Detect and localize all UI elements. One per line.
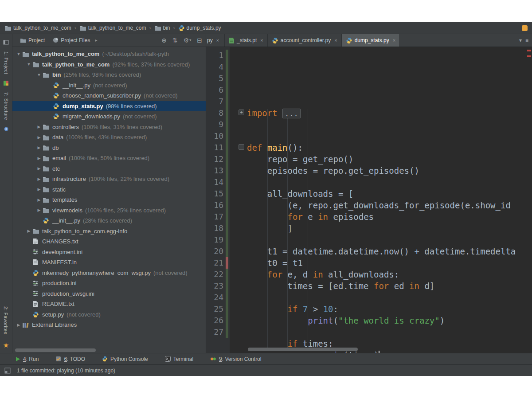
code-line-13[interactable]: ]: [247, 223, 532, 234]
line-number[interactable]: 7: [206, 96, 226, 107]
fold-expand-icon[interactable]: +: [239, 110, 244, 115]
tree-item-migrate-downloads-py[interactable]: migrate_downloads.py(not covered): [12, 111, 206, 122]
toolwindow-button-2-favorites[interactable]: 2: Favorites: [3, 306, 8, 334]
error-stripe-mark[interactable]: [527, 55, 531, 57]
event-log-indicator-icon[interactable]: [522, 25, 528, 31]
tree-item-init-py[interactable]: __init__.py(28% files covered): [12, 215, 206, 226]
chevron-right-icon[interactable]: ▶: [35, 177, 43, 181]
fold-collapse-icon[interactable]: −: [239, 144, 244, 150]
toolwindow-button-4-run[interactable]: 4: Run: [15, 356, 39, 362]
line-number[interactable]: 17: [206, 211, 226, 223]
toolwindow-button-python-console[interactable]: Python Console: [102, 356, 148, 362]
toolwindow-button-6-todo[interactable]: 6: TODO: [55, 356, 85, 362]
code-line-11[interactable]: (e, repo.get_downloads_for_episode(e.sho…: [247, 200, 532, 211]
line-number[interactable]: 16: [206, 200, 226, 211]
collapse-all-icon[interactable]: ⇅: [172, 37, 178, 44]
code-line-20[interactable]: if 7 > 10:: [247, 303, 532, 315]
code-line-14[interactable]: [247, 234, 532, 246]
chevron-down-icon[interactable]: ▼: [15, 52, 22, 56]
hide-panel-icon[interactable]: ⊟: [197, 37, 202, 44]
editor-code[interactable]: +import ...−def main(): repo = get_repo(…: [230, 47, 532, 353]
line-number[interactable]: 25: [206, 303, 226, 315]
breadcrumb-item-bin[interactable]: bin: [154, 25, 170, 31]
settings-gear-icon[interactable]: ⚙▾: [184, 37, 192, 44]
error-stripe-mark[interactable]: [527, 50, 531, 51]
line-number[interactable]: 13: [206, 165, 226, 176]
line-number[interactable]: 6: [206, 84, 226, 96]
code-line-15[interactable]: t1 = datetime.datetime.now() + datetime.…: [247, 246, 532, 257]
chevron-down-icon[interactable]: ▼: [25, 62, 32, 66]
tool-window-button-icon[interactable]: [4, 126, 9, 132]
toolwindow-button-7-structure[interactable]: 7: Structure: [4, 92, 9, 120]
panel-tab-project[interactable]: Project: [16, 34, 49, 46]
tree-item-db[interactable]: ▶db: [12, 143, 206, 153]
line-number[interactable]: 23: [206, 280, 226, 292]
tree-item-changes-txt[interactable]: CHANGES.txt: [12, 236, 206, 247]
chevron-right-icon[interactable]: ▶: [35, 187, 43, 192]
line-number[interactable]: 4: [206, 61, 226, 73]
code-line-8[interactable]: episodes = repo.get_episodes(): [247, 165, 532, 176]
line-number[interactable]: 14: [206, 176, 226, 188]
line-number[interactable]: 24: [206, 292, 226, 303]
chevron-right-icon[interactable]: ▶: [35, 125, 43, 129]
line-number[interactable]: 10: [206, 130, 226, 142]
code-line-12[interactable]: for e in episodes: [247, 211, 532, 223]
close-icon[interactable]: ×: [334, 38, 337, 43]
editor-tab-dump-stats-py[interactable]: dump_stats.py×: [342, 34, 400, 47]
chevron-right-icon[interactable]: ▶: [35, 156, 43, 160]
toolwindow-button-terminal[interactable]: Terminal: [165, 356, 193, 362]
line-number[interactable]: 20: [206, 246, 226, 257]
chevron-right-icon[interactable]: ▶: [35, 198, 43, 202]
tree-item-readme-txt[interactable]: README.txt: [12, 299, 206, 309]
project-tool-window-icon[interactable]: [3, 39, 9, 45]
tree-item-manifest-in[interactable]: MANIFEST.in: [12, 257, 206, 268]
code-line-17[interactable]: for e, d in all_downloads:: [247, 269, 532, 280]
line-number[interactable]: 18: [206, 223, 226, 234]
code-line-18[interactable]: times = [ed.time for ed in d]: [247, 280, 532, 292]
code-line-6[interactable]: −def main():: [247, 142, 532, 153]
code-line-7[interactable]: repo = get_repo(): [247, 153, 532, 165]
editor[interactable]: 1456789101112131415161718192021222324252…: [206, 47, 532, 353]
close-icon[interactable]: ×: [260, 38, 263, 43]
tree-item-templates[interactable]: ▶templates: [12, 195, 206, 205]
line-number[interactable]: 22: [206, 269, 226, 280]
chevron-right-icon[interactable]: ▶: [25, 229, 32, 233]
project-tree-hscrollbar[interactable]: [12, 348, 206, 353]
chevron-down-icon[interactable]: ▾: [519, 37, 522, 43]
code-line-10[interactable]: all_downloads = [: [247, 188, 532, 200]
chevron-down-icon[interactable]: ▼: [35, 73, 43, 77]
chevron-right-icon[interactable]: ▶: [15, 323, 22, 327]
code-line-9[interactable]: [247, 176, 532, 188]
tree-item-talk-python-to-me-com-egg-info[interactable]: ▶talk_python_to_me_com.egg-info: [12, 226, 206, 237]
line-number[interactable]: 15: [206, 188, 226, 200]
coverage-tool-window-icon[interactable]: [3, 80, 9, 86]
tree-item-production-uwsgi-ini[interactable]: production_uwsgi.ini: [12, 289, 206, 299]
code-line-1[interactable]: +import ...: [247, 107, 532, 119]
chevron-right-icon[interactable]: ▶: [35, 166, 43, 171]
line-number[interactable]: 27: [206, 326, 226, 338]
tree-item-etc[interactable]: ▶etc: [12, 164, 206, 174]
line-number[interactable]: 26: [206, 315, 226, 326]
code-line-19[interactable]: [247, 292, 532, 303]
toolwindow-button-1-project[interactable]: 1: Project: [4, 51, 9, 74]
chevron-right-icon[interactable]: ▶: [35, 208, 43, 212]
chevron-right-icon[interactable]: ▸: [95, 38, 97, 43]
code-line-5[interactable]: [247, 130, 532, 142]
favorites-star-icon[interactable]: ★: [3, 341, 9, 349]
tree-item-choose-random-subscriber-py[interactable]: choose_random_subscriber.py(not covered): [12, 90, 206, 101]
tree-item-talk-python-to-me-com[interactable]: ▼talk_python_to_me_com(~/Desktop/stash/t…: [12, 49, 206, 59]
tree-item-external-libraries[interactable]: ▶External Libraries: [12, 320, 206, 330]
chevron-right-icon[interactable]: ▶: [35, 145, 43, 150]
editor-tab-py[interactable]: py×: [206, 34, 225, 47]
toolwindow-button-9-version-control[interactable]: 9: Version Control: [210, 356, 261, 362]
line-number[interactable]: 8: [206, 107, 226, 119]
code-line-21[interactable]: print("the world is crazy"): [247, 315, 532, 326]
tree-item-email[interactable]: ▶email(100% files, 50% lines covered): [12, 153, 206, 164]
line-number[interactable]: 12: [206, 153, 226, 165]
breadcrumb-item-talk-python-to-me-com[interactable]: talk_python_to_me_com: [4, 25, 71, 31]
line-number[interactable]: 21: [206, 257, 226, 269]
line-number[interactable]: 1: [206, 50, 226, 61]
editor-tab-stats-pt[interactable]: _stats.pt×: [225, 34, 268, 47]
tree-item-static[interactable]: ▶static: [12, 184, 206, 195]
tree-item-init-py[interactable]: __init__.py(not covered): [12, 80, 206, 91]
